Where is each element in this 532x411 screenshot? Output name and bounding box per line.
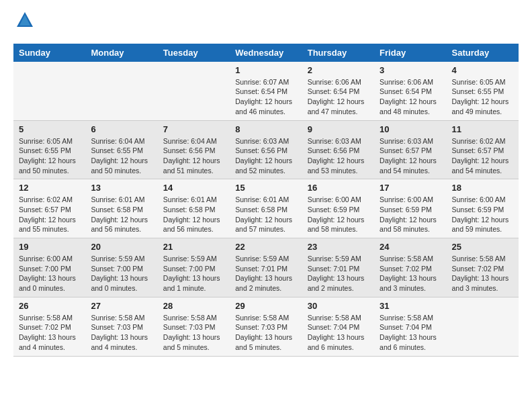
day-info: Sunrise: 5:59 AM Sunset: 7:01 PM Dayligh… [235, 255, 292, 292]
day-cell [158, 62, 230, 120]
day-cell [85, 62, 157, 120]
day-info: Sunrise: 5:59 AM Sunset: 7:00 PM Dayligh… [163, 255, 220, 292]
week-row-4: 19Sunrise: 6:00 AM Sunset: 7:00 PM Dayli… [13, 238, 519, 298]
header-friday: Friday [374, 44, 446, 62]
day-info: Sunrise: 6:00 AM Sunset: 7:00 PM Dayligh… [19, 255, 76, 292]
day-info: Sunrise: 5:58 AM Sunset: 7:03 PM Dayligh… [235, 314, 292, 351]
day-info: Sunrise: 6:01 AM Sunset: 6:58 PM Dayligh… [91, 195, 148, 233]
day-cell: 25Sunrise: 5:58 AM Sunset: 7:02 PM Dayli… [447, 238, 519, 298]
day-cell: 16Sunrise: 6:00 AM Sunset: 6:59 PM Dayli… [302, 179, 374, 238]
day-info: Sunrise: 5:58 AM Sunset: 7:02 PM Dayligh… [19, 314, 76, 351]
day-cell: 31Sunrise: 5:58 AM Sunset: 7:04 PM Dayli… [374, 297, 446, 356]
day-info: Sunrise: 6:00 AM Sunset: 6:59 PM Dayligh… [452, 195, 509, 233]
week-row-1: 1Sunrise: 6:07 AM Sunset: 6:54 PM Daylig… [13, 62, 519, 120]
day-info: Sunrise: 6:03 AM Sunset: 6:56 PM Dayligh… [308, 137, 365, 175]
day-number: 15 [235, 183, 296, 193]
header-thursday: Thursday [302, 44, 374, 62]
day-info: Sunrise: 6:06 AM Sunset: 6:54 PM Dayligh… [380, 78, 437, 116]
day-number: 23 [308, 242, 369, 252]
day-cell: 11Sunrise: 6:02 AM Sunset: 6:57 PM Dayli… [447, 120, 519, 179]
day-number: 25 [452, 242, 513, 252]
header-tuesday: Tuesday [158, 44, 230, 62]
day-cell: 23Sunrise: 5:59 AM Sunset: 7:01 PM Dayli… [302, 238, 374, 298]
day-info: Sunrise: 6:04 AM Sunset: 6:56 PM Dayligh… [163, 137, 220, 175]
day-info: Sunrise: 6:02 AM Sunset: 6:57 PM Dayligh… [452, 137, 509, 175]
week-row-2: 5Sunrise: 6:05 AM Sunset: 6:55 PM Daylig… [13, 120, 519, 179]
header-sunday: Sunday [13, 44, 85, 62]
day-info: Sunrise: 6:01 AM Sunset: 6:58 PM Dayligh… [235, 195, 292, 233]
day-number: 19 [19, 242, 80, 252]
day-info: Sunrise: 5:59 AM Sunset: 7:00 PM Dayligh… [91, 255, 148, 292]
day-number: 27 [91, 301, 152, 311]
day-number: 21 [163, 242, 224, 252]
day-cell: 10Sunrise: 6:03 AM Sunset: 6:57 PM Dayli… [374, 120, 446, 179]
day-cell: 27Sunrise: 5:58 AM Sunset: 7:03 PM Dayli… [85, 297, 157, 356]
day-info: Sunrise: 6:05 AM Sunset: 6:55 PM Dayligh… [19, 137, 76, 175]
days-header-row: SundayMondayTuesdayWednesdayThursdayFrid… [13, 44, 519, 62]
day-number: 20 [91, 242, 152, 252]
header-wednesday: Wednesday [230, 44, 302, 62]
day-info: Sunrise: 6:01 AM Sunset: 6:58 PM Dayligh… [163, 195, 220, 233]
day-cell: 12Sunrise: 6:02 AM Sunset: 6:57 PM Dayli… [13, 179, 85, 238]
day-number: 18 [452, 183, 513, 193]
day-number: 3 [380, 65, 441, 75]
day-cell: 22Sunrise: 5:59 AM Sunset: 7:01 PM Dayli… [230, 238, 302, 298]
day-info: Sunrise: 5:58 AM Sunset: 7:03 PM Dayligh… [91, 314, 148, 351]
day-number: 17 [380, 183, 441, 193]
logo [13, 13, 34, 33]
day-info: Sunrise: 6:00 AM Sunset: 6:59 PM Dayligh… [308, 195, 365, 233]
week-row-5: 26Sunrise: 5:58 AM Sunset: 7:02 PM Dayli… [13, 297, 519, 356]
day-number: 31 [380, 301, 441, 311]
day-number: 11 [452, 124, 513, 134]
day-number: 16 [308, 183, 369, 193]
day-cell: 5Sunrise: 6:05 AM Sunset: 6:55 PM Daylig… [13, 120, 85, 179]
day-cell: 4Sunrise: 6:05 AM Sunset: 6:55 PM Daylig… [447, 62, 519, 120]
day-number: 6 [91, 124, 152, 134]
day-cell: 30Sunrise: 5:58 AM Sunset: 7:04 PM Dayli… [302, 297, 374, 356]
day-number: 12 [19, 183, 80, 193]
day-cell: 1Sunrise: 6:07 AM Sunset: 6:54 PM Daylig… [230, 62, 302, 120]
day-cell: 7Sunrise: 6:04 AM Sunset: 6:56 PM Daylig… [158, 120, 230, 179]
day-cell: 14Sunrise: 6:01 AM Sunset: 6:58 PM Dayli… [158, 179, 230, 238]
day-cell: 9Sunrise: 6:03 AM Sunset: 6:56 PM Daylig… [302, 120, 374, 179]
day-number: 29 [235, 301, 296, 311]
day-number: 10 [380, 124, 441, 134]
day-info: Sunrise: 6:05 AM Sunset: 6:55 PM Dayligh… [452, 78, 509, 116]
day-number: 4 [452, 65, 513, 75]
day-info: Sunrise: 5:58 AM Sunset: 7:02 PM Dayligh… [452, 255, 509, 292]
day-cell: 24Sunrise: 5:58 AM Sunset: 7:02 PM Dayli… [374, 238, 446, 298]
day-info: Sunrise: 5:58 AM Sunset: 7:04 PM Dayligh… [380, 314, 437, 351]
day-cell: 21Sunrise: 5:59 AM Sunset: 7:00 PM Dayli… [158, 238, 230, 298]
day-info: Sunrise: 6:03 AM Sunset: 6:56 PM Dayligh… [235, 137, 292, 175]
day-number: 22 [235, 242, 296, 252]
header [13, 13, 519, 33]
header-saturday: Saturday [447, 44, 519, 62]
day-cell [447, 297, 519, 356]
day-number: 24 [380, 242, 441, 252]
day-info: Sunrise: 6:04 AM Sunset: 6:55 PM Dayligh… [91, 137, 148, 175]
day-cell: 18Sunrise: 6:00 AM Sunset: 6:59 PM Dayli… [447, 179, 519, 238]
day-cell: 29Sunrise: 5:58 AM Sunset: 7:03 PM Dayli… [230, 297, 302, 356]
day-number: 5 [19, 124, 80, 134]
day-number: 13 [91, 183, 152, 193]
day-cell: 28Sunrise: 5:58 AM Sunset: 7:03 PM Dayli… [158, 297, 230, 356]
day-info: Sunrise: 5:59 AM Sunset: 7:01 PM Dayligh… [308, 255, 365, 292]
day-info: Sunrise: 5:58 AM Sunset: 7:03 PM Dayligh… [163, 314, 220, 351]
logo-icon [15, 11, 34, 30]
day-info: Sunrise: 5:58 AM Sunset: 7:04 PM Dayligh… [308, 314, 365, 351]
day-number: 30 [308, 301, 369, 311]
day-number: 26 [19, 301, 80, 311]
day-info: Sunrise: 6:03 AM Sunset: 6:57 PM Dayligh… [380, 137, 437, 175]
header-monday: Monday [85, 44, 157, 62]
day-cell: 13Sunrise: 6:01 AM Sunset: 6:58 PM Dayli… [85, 179, 157, 238]
day-cell: 20Sunrise: 5:59 AM Sunset: 7:00 PM Dayli… [85, 238, 157, 298]
day-number: 28 [163, 301, 224, 311]
day-info: Sunrise: 6:06 AM Sunset: 6:54 PM Dayligh… [308, 78, 365, 116]
day-number: 7 [163, 124, 224, 134]
day-cell: 17Sunrise: 6:00 AM Sunset: 6:59 PM Dayli… [374, 179, 446, 238]
day-number: 8 [235, 124, 296, 134]
day-cell: 2Sunrise: 6:06 AM Sunset: 6:54 PM Daylig… [302, 62, 374, 120]
day-info: Sunrise: 5:58 AM Sunset: 7:02 PM Dayligh… [380, 255, 437, 292]
day-cell [13, 62, 85, 120]
week-row-3: 12Sunrise: 6:02 AM Sunset: 6:57 PM Dayli… [13, 179, 519, 238]
